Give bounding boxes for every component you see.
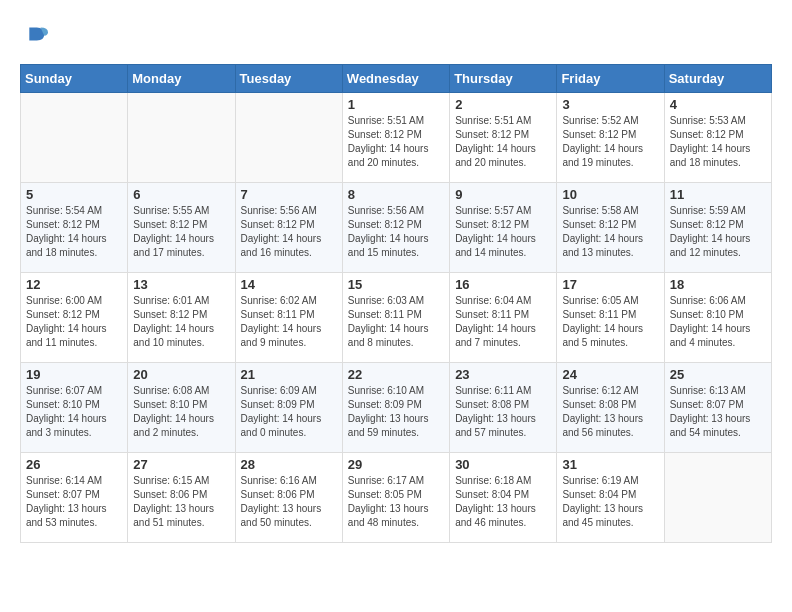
- calendar-cell: 30Sunrise: 6:18 AM Sunset: 8:04 PM Dayli…: [450, 453, 557, 543]
- calendar-cell: 11Sunrise: 5:59 AM Sunset: 8:12 PM Dayli…: [664, 183, 771, 273]
- calendar-cell: 10Sunrise: 5:58 AM Sunset: 8:12 PM Dayli…: [557, 183, 664, 273]
- calendar-cell: 27Sunrise: 6:15 AM Sunset: 8:06 PM Dayli…: [128, 453, 235, 543]
- calendar-cell: 16Sunrise: 6:04 AM Sunset: 8:11 PM Dayli…: [450, 273, 557, 363]
- day-info: Sunrise: 6:10 AM Sunset: 8:09 PM Dayligh…: [348, 384, 444, 440]
- day-number: 2: [455, 97, 551, 112]
- calendar-cell: 6Sunrise: 5:55 AM Sunset: 8:12 PM Daylig…: [128, 183, 235, 273]
- calendar-cell: 29Sunrise: 6:17 AM Sunset: 8:05 PM Dayli…: [342, 453, 449, 543]
- calendar-cell: 23Sunrise: 6:11 AM Sunset: 8:08 PM Dayli…: [450, 363, 557, 453]
- calendar-cell: 18Sunrise: 6:06 AM Sunset: 8:10 PM Dayli…: [664, 273, 771, 363]
- weekday-header-saturday: Saturday: [664, 65, 771, 93]
- calendar-cell: 9Sunrise: 5:57 AM Sunset: 8:12 PM Daylig…: [450, 183, 557, 273]
- day-number: 26: [26, 457, 122, 472]
- day-number: 27: [133, 457, 229, 472]
- day-number: 29: [348, 457, 444, 472]
- day-info: Sunrise: 6:18 AM Sunset: 8:04 PM Dayligh…: [455, 474, 551, 530]
- calendar-cell: 8Sunrise: 5:56 AM Sunset: 8:12 PM Daylig…: [342, 183, 449, 273]
- day-info: Sunrise: 6:04 AM Sunset: 8:11 PM Dayligh…: [455, 294, 551, 350]
- day-number: 22: [348, 367, 444, 382]
- day-number: 11: [670, 187, 766, 202]
- day-info: Sunrise: 5:56 AM Sunset: 8:12 PM Dayligh…: [348, 204, 444, 260]
- weekday-header-wednesday: Wednesday: [342, 65, 449, 93]
- calendar-cell: 14Sunrise: 6:02 AM Sunset: 8:11 PM Dayli…: [235, 273, 342, 363]
- weekday-header-sunday: Sunday: [21, 65, 128, 93]
- day-number: 25: [670, 367, 766, 382]
- calendar-cell: 25Sunrise: 6:13 AM Sunset: 8:07 PM Dayli…: [664, 363, 771, 453]
- day-number: 23: [455, 367, 551, 382]
- header: [20, 20, 772, 48]
- day-info: Sunrise: 6:07 AM Sunset: 8:10 PM Dayligh…: [26, 384, 122, 440]
- day-info: Sunrise: 6:11 AM Sunset: 8:08 PM Dayligh…: [455, 384, 551, 440]
- day-number: 12: [26, 277, 122, 292]
- calendar-cell: 3Sunrise: 5:52 AM Sunset: 8:12 PM Daylig…: [557, 93, 664, 183]
- day-info: Sunrise: 6:08 AM Sunset: 8:10 PM Dayligh…: [133, 384, 229, 440]
- calendar-cell: 12Sunrise: 6:00 AM Sunset: 8:12 PM Dayli…: [21, 273, 128, 363]
- day-info: Sunrise: 5:53 AM Sunset: 8:12 PM Dayligh…: [670, 114, 766, 170]
- calendar-week-row: 12Sunrise: 6:00 AM Sunset: 8:12 PM Dayli…: [21, 273, 772, 363]
- day-number: 16: [455, 277, 551, 292]
- calendar-week-row: 26Sunrise: 6:14 AM Sunset: 8:07 PM Dayli…: [21, 453, 772, 543]
- day-number: 13: [133, 277, 229, 292]
- calendar-cell: [235, 93, 342, 183]
- day-info: Sunrise: 6:09 AM Sunset: 8:09 PM Dayligh…: [241, 384, 337, 440]
- calendar-cell: 17Sunrise: 6:05 AM Sunset: 8:11 PM Dayli…: [557, 273, 664, 363]
- day-number: 18: [670, 277, 766, 292]
- day-number: 3: [562, 97, 658, 112]
- calendar-cell: 26Sunrise: 6:14 AM Sunset: 8:07 PM Dayli…: [21, 453, 128, 543]
- day-info: Sunrise: 6:01 AM Sunset: 8:12 PM Dayligh…: [133, 294, 229, 350]
- day-number: 10: [562, 187, 658, 202]
- calendar-cell: 2Sunrise: 5:51 AM Sunset: 8:12 PM Daylig…: [450, 93, 557, 183]
- weekday-header-tuesday: Tuesday: [235, 65, 342, 93]
- day-info: Sunrise: 6:15 AM Sunset: 8:06 PM Dayligh…: [133, 474, 229, 530]
- day-info: Sunrise: 6:19 AM Sunset: 8:04 PM Dayligh…: [562, 474, 658, 530]
- day-number: 9: [455, 187, 551, 202]
- day-number: 24: [562, 367, 658, 382]
- day-number: 30: [455, 457, 551, 472]
- calendar-cell: 5Sunrise: 5:54 AM Sunset: 8:12 PM Daylig…: [21, 183, 128, 273]
- calendar-cell: 24Sunrise: 6:12 AM Sunset: 8:08 PM Dayli…: [557, 363, 664, 453]
- day-info: Sunrise: 6:14 AM Sunset: 8:07 PM Dayligh…: [26, 474, 122, 530]
- day-info: Sunrise: 6:12 AM Sunset: 8:08 PM Dayligh…: [562, 384, 658, 440]
- day-number: 31: [562, 457, 658, 472]
- logo-icon: [20, 20, 48, 48]
- calendar-cell: 15Sunrise: 6:03 AM Sunset: 8:11 PM Dayli…: [342, 273, 449, 363]
- calendar-cell: [664, 453, 771, 543]
- calendar-week-row: 5Sunrise: 5:54 AM Sunset: 8:12 PM Daylig…: [21, 183, 772, 273]
- weekday-header-monday: Monday: [128, 65, 235, 93]
- calendar-cell: 28Sunrise: 6:16 AM Sunset: 8:06 PM Dayli…: [235, 453, 342, 543]
- calendar-cell: [128, 93, 235, 183]
- weekday-header-thursday: Thursday: [450, 65, 557, 93]
- day-info: Sunrise: 6:17 AM Sunset: 8:05 PM Dayligh…: [348, 474, 444, 530]
- day-info: Sunrise: 6:05 AM Sunset: 8:11 PM Dayligh…: [562, 294, 658, 350]
- calendar-cell: 22Sunrise: 6:10 AM Sunset: 8:09 PM Dayli…: [342, 363, 449, 453]
- calendar-cell: 20Sunrise: 6:08 AM Sunset: 8:10 PM Dayli…: [128, 363, 235, 453]
- day-number: 14: [241, 277, 337, 292]
- day-number: 1: [348, 97, 444, 112]
- day-number: 20: [133, 367, 229, 382]
- day-info: Sunrise: 5:51 AM Sunset: 8:12 PM Dayligh…: [348, 114, 444, 170]
- day-info: Sunrise: 6:02 AM Sunset: 8:11 PM Dayligh…: [241, 294, 337, 350]
- day-info: Sunrise: 6:16 AM Sunset: 8:06 PM Dayligh…: [241, 474, 337, 530]
- calendar-cell: 19Sunrise: 6:07 AM Sunset: 8:10 PM Dayli…: [21, 363, 128, 453]
- day-number: 21: [241, 367, 337, 382]
- day-info: Sunrise: 6:13 AM Sunset: 8:07 PM Dayligh…: [670, 384, 766, 440]
- day-number: 7: [241, 187, 337, 202]
- weekday-header-friday: Friday: [557, 65, 664, 93]
- day-info: Sunrise: 5:51 AM Sunset: 8:12 PM Dayligh…: [455, 114, 551, 170]
- day-info: Sunrise: 5:57 AM Sunset: 8:12 PM Dayligh…: [455, 204, 551, 260]
- day-number: 15: [348, 277, 444, 292]
- day-info: Sunrise: 6:03 AM Sunset: 8:11 PM Dayligh…: [348, 294, 444, 350]
- day-info: Sunrise: 5:55 AM Sunset: 8:12 PM Dayligh…: [133, 204, 229, 260]
- day-info: Sunrise: 5:54 AM Sunset: 8:12 PM Dayligh…: [26, 204, 122, 260]
- day-number: 6: [133, 187, 229, 202]
- day-info: Sunrise: 5:56 AM Sunset: 8:12 PM Dayligh…: [241, 204, 337, 260]
- day-info: Sunrise: 5:58 AM Sunset: 8:12 PM Dayligh…: [562, 204, 658, 260]
- weekday-header-row: SundayMondayTuesdayWednesdayThursdayFrid…: [21, 65, 772, 93]
- day-info: Sunrise: 5:59 AM Sunset: 8:12 PM Dayligh…: [670, 204, 766, 260]
- calendar-cell: 13Sunrise: 6:01 AM Sunset: 8:12 PM Dayli…: [128, 273, 235, 363]
- day-number: 4: [670, 97, 766, 112]
- calendar-cell: [21, 93, 128, 183]
- calendar-cell: 1Sunrise: 5:51 AM Sunset: 8:12 PM Daylig…: [342, 93, 449, 183]
- day-number: 17: [562, 277, 658, 292]
- calendar-table: SundayMondayTuesdayWednesdayThursdayFrid…: [20, 64, 772, 543]
